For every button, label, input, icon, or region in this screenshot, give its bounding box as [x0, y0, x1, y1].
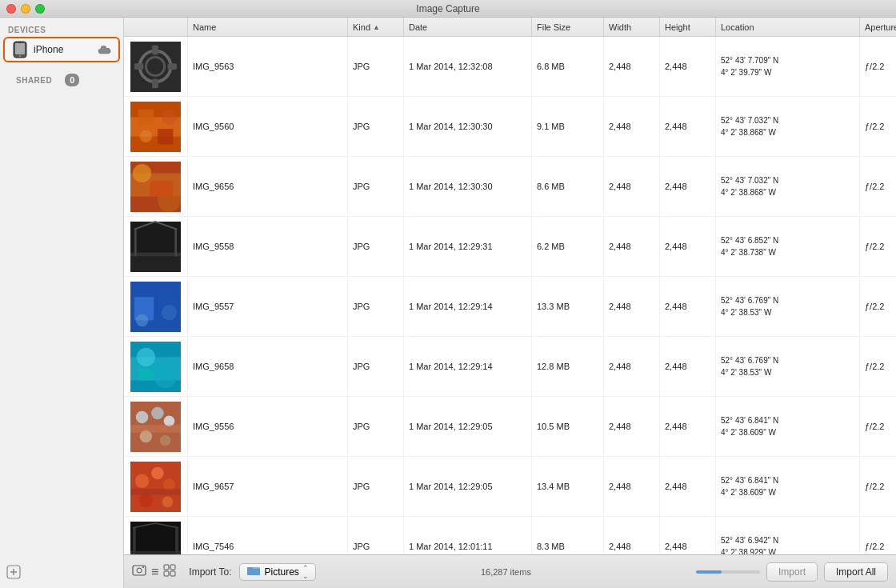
td-height: 2,448	[660, 397, 716, 456]
add-device-icon[interactable]	[6, 565, 21, 582]
td-file_size: 6.8 MB	[532, 37, 604, 96]
svg-point-44	[136, 410, 149, 423]
bottom-left-icons: ≡	[132, 563, 176, 580]
td-kind: JPG	[348, 37, 404, 96]
td-location: 52° 43' 6.841" N 4° 2' 38.609" W	[716, 397, 860, 456]
td-date: 1 Mar 2014, 12:29:05	[404, 457, 532, 516]
maximize-button[interactable]	[35, 4, 45, 14]
svg-rect-24	[150, 181, 173, 196]
td-height: 2,448	[660, 457, 716, 516]
svg-rect-1	[15, 43, 25, 54]
slider-container[interactable]	[696, 570, 760, 574]
svg-rect-13	[168, 63, 178, 70]
td-height: 2,448	[660, 337, 716, 396]
td-name: IMG_9558	[188, 217, 348, 276]
td-kind: JPG	[348, 217, 404, 276]
iphone-label: iPhone	[34, 44, 93, 55]
td-name: IMG_7546	[188, 517, 348, 554]
td-date: 1 Mar 2014, 12:29:14	[404, 337, 532, 396]
minimize-button[interactable]	[21, 4, 30, 14]
td-kind: JPG	[348, 517, 404, 554]
td-kind: JPG	[348, 397, 404, 456]
table-body: IMG_9563JPG1 Mar 2014, 12:32:086.8 MB2,4…	[124, 37, 896, 554]
import-location-button[interactable]: Pictures ⌃⌄	[239, 563, 315, 581]
svg-rect-31	[130, 256, 181, 271]
th-name[interactable]: Name	[188, 18, 348, 36]
td-aperture: ƒ/2.2	[860, 277, 896, 336]
svg-point-22	[133, 163, 151, 182]
table-row[interactable]: IMG_9556JPG1 Mar 2014, 12:29:0510.5 MB2,…	[124, 397, 896, 457]
grid-view-icon[interactable]	[163, 564, 176, 580]
svg-rect-49	[130, 425, 181, 433]
table-row[interactable]: IMG_9563JPG1 Mar 2014, 12:32:086.8 MB2,4…	[124, 37, 896, 97]
td-name: IMG_9657	[188, 457, 348, 516]
table-row[interactable]: IMG_9656JPG1 Mar 2014, 12:30:308.6 MB2,4…	[124, 157, 896, 217]
td-width: 2,448	[604, 157, 660, 216]
td-height: 2,448	[660, 217, 716, 276]
td-width: 2,448	[604, 277, 660, 336]
cloud-icon	[98, 42, 112, 57]
td-width: 2,448	[604, 337, 660, 396]
th-location[interactable]: Location	[716, 18, 860, 36]
table-row[interactable]: IMG_9657JPG1 Mar 2014, 12:29:0513.4 MB2,…	[124, 457, 896, 517]
sidebar-bottom	[0, 558, 123, 588]
svg-rect-12	[134, 63, 144, 70]
slider-track	[696, 570, 760, 574]
svg-point-45	[151, 406, 164, 419]
th-height[interactable]: Height	[660, 18, 716, 36]
import-all-button[interactable]: Import All	[824, 562, 888, 582]
table-row[interactable]: IMG_9560JPG1 Mar 2014, 12:30:309.1 MB2,4…	[124, 97, 896, 157]
app-body: DEVICES iPhone SHARED 0	[0, 18, 896, 588]
td-location: 52° 43' 6.769" N 4° 2' 38.53" W	[716, 277, 860, 336]
td-date: 1 Mar 2014, 12:29:14	[404, 277, 532, 336]
svg-rect-68	[164, 565, 169, 570]
table-row[interactable]: IMG_9558JPG1 Mar 2014, 12:29:316.2 MB2,4…	[124, 217, 896, 277]
td-file_size: 13.3 MB	[532, 277, 604, 336]
main-content: Name Kind ▲ Date File Size Width Height …	[124, 18, 896, 588]
td-location: 52° 43' 6.852" N 4° 2' 38.738" W	[716, 217, 860, 276]
add-photo-icon[interactable]	[132, 563, 146, 580]
td-kind: JPG	[348, 277, 404, 336]
td-aperture: ƒ/2.2	[860, 337, 896, 396]
bottom-bar: ≡ Import To:	[124, 554, 896, 588]
td-name: IMG_9658	[188, 337, 348, 396]
devices-section-label: DEVICES	[0, 22, 123, 36]
close-button[interactable]	[6, 4, 16, 14]
td-aperture: ƒ/2.2	[860, 97, 896, 156]
svg-rect-70	[164, 571, 169, 576]
td-location: 52° 43' 6.942" N 4° 2' 38.929" W	[716, 517, 860, 554]
th-width[interactable]: Width	[604, 18, 660, 36]
thumbnail-cell	[124, 277, 188, 336]
th-aperture[interactable]: Aperture	[860, 18, 896, 36]
table-row[interactable]: IMG_9557JPG1 Mar 2014, 12:29:1413.3 MB2,…	[124, 277, 896, 337]
th-date[interactable]: Date	[404, 18, 532, 36]
titlebar: Image Capture	[0, 0, 896, 18]
svg-point-40	[137, 347, 155, 366]
svg-rect-71	[170, 571, 175, 576]
td-file_size: 9.1 MB	[532, 97, 604, 156]
td-aperture: ƒ/2.2	[860, 157, 896, 216]
td-kind: JPG	[348, 457, 404, 516]
th-kind[interactable]: Kind ▲	[348, 18, 404, 36]
td-location: 52° 43' 7.032" N 4° 2' 38.868" W	[716, 97, 860, 156]
svg-point-67	[142, 566, 144, 568]
list-view-icon[interactable]: ≡	[151, 565, 158, 579]
td-file_size: 8.3 MB	[532, 517, 604, 554]
svg-rect-60	[175, 527, 178, 554]
svg-rect-72	[247, 567, 260, 574]
td-file_size: 13.4 MB	[532, 457, 604, 516]
import-button[interactable]: Import	[766, 562, 818, 582]
th-file-size[interactable]: File Size	[532, 18, 604, 36]
table-row[interactable]: IMG_7546JPG1 Mar 2014, 12:01:118.3 MB2,4…	[124, 517, 896, 554]
td-date: 1 Mar 2014, 12:01:11	[404, 517, 532, 554]
sidebar-item-iphone[interactable]: iPhone	[3, 37, 120, 62]
shared-count-badge: 0	[65, 74, 79, 86]
table-row[interactable]: IMG_9658JPG1 Mar 2014, 12:29:1412.8 MB2,…	[124, 337, 896, 397]
import-to-label: Import To:	[189, 566, 231, 578]
td-file_size: 6.2 MB	[532, 217, 604, 276]
svg-rect-27	[134, 229, 137, 256]
svg-point-66	[137, 568, 142, 573]
shared-section: SHARED 0	[0, 70, 123, 90]
slider-fill	[696, 570, 722, 574]
th-thumbnail	[124, 18, 188, 36]
